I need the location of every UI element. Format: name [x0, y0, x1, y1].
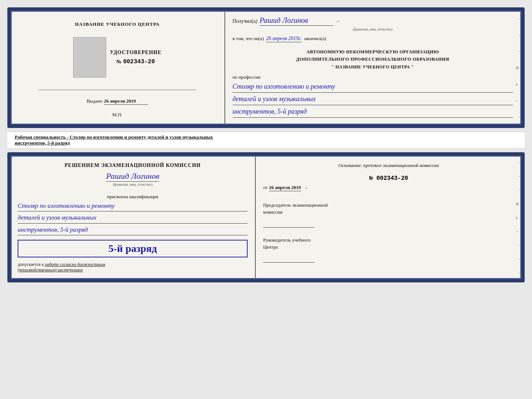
assigned-label: присвоена квалификация	[18, 194, 248, 200]
vtom-date: 26 апреля 2019г.	[266, 36, 302, 42]
director-block: Руководитель учебного Центра	[263, 236, 514, 268]
udostoverenie-title: УДОСТОВЕРЕНИЕ	[110, 50, 161, 56]
bottom-person-name: Рашид Логинов	[106, 171, 159, 182]
issued-date: 26 апреля 2019	[104, 98, 148, 105]
director-title: Руководитель учебного Центра	[263, 236, 514, 251]
middle-label-prefix: Рабочая специальность - Столяр по изгото…	[15, 134, 213, 140]
ot-line: от 26 апреля 2019 –	[263, 185, 514, 191]
ot-dash: –	[305, 185, 308, 190]
middle-label-underlined: инструментов, 5-й разряд	[15, 140, 70, 146]
bottom-card-right: Основание: протокол экзаменационной коми…	[256, 155, 522, 279]
profession-line3: инструментов, 5-й разряд	[233, 107, 513, 118]
chairman-signature-line	[263, 222, 314, 228]
vtom-prefix: в том, что он(а)	[233, 36, 264, 42]
middle-label-strip: Рабочая специальность - Столяр по изгото…	[7, 132, 525, 149]
bottom-right-deco: – – – И а ← – – –	[516, 155, 520, 279]
ot-prefix: от	[263, 185, 267, 190]
recipient-name: Рашид Логинов	[260, 16, 333, 26]
bottom-card-left: Решением экзаменационной комиссии Рашид …	[10, 155, 256, 279]
dopuskaetsya-italic2: (производственным) инструкциям	[18, 267, 83, 272]
top-card-right: Получил(а) Рашид Логинов – (фамилия, имя…	[225, 10, 522, 125]
protocol-number-value: 002343-20	[376, 175, 408, 182]
protocol-number: № 002343-20	[263, 175, 514, 182]
dopuskaetsya-line: допускается к работе согласно должностны…	[18, 262, 248, 273]
protocol-number-prefix: №	[369, 175, 373, 182]
chairman-block: Председатель экзаменационной комиссии	[263, 202, 514, 234]
org-title-top: НАЗВАНИЕ УЧЕБНОГО ЦЕНТРА	[75, 21, 160, 27]
top-card-left: НАЗВАНИЕ УЧЕБНОГО ЦЕНТРА УДОСТОВЕРЕНИЕ №…	[10, 10, 225, 125]
vtom-line: в том, что он(а) 26 апреля 2019г. окончи…	[233, 36, 513, 42]
page-wrapper: НАЗВАНИЕ УЧЕБНОГО ЦЕНТРА УДОСТОВЕРЕНИЕ №…	[7, 7, 525, 282]
fio-label-bottom: (фамилия, имя, отчество)	[18, 182, 248, 186]
director-signature-line	[263, 257, 314, 263]
photo-placeholder	[73, 37, 106, 78]
number-prefix: №	[116, 59, 122, 65]
top-certificate-card: НАЗВАНИЕ УЧЕБНОГО ЦЕНТРА УДОСТОВЕРЕНИЕ №…	[7, 7, 525, 128]
profession-line1: Столяр по изготовлению и ремонту	[233, 82, 513, 93]
vtom-suffix: окончил(а)	[304, 36, 326, 42]
rank-text: 5-й разряд	[108, 243, 157, 254]
qualification-line2: деталей и узлов музыкальных	[18, 213, 248, 224]
received-prefix: Получил(а)	[233, 18, 258, 24]
issued-line: Выдано 26 апреля 2019	[87, 98, 148, 105]
profession-label: по профессии	[233, 74, 513, 80]
dopuskaetsya-prefix: допускается к	[18, 262, 44, 267]
issued-prefix: Выдано	[87, 98, 103, 104]
bottom-certificate-card: Решением экзаменационной комиссии Рашид …	[7, 152, 525, 282]
received-line: Получил(а) Рашид Логинов –	[233, 16, 513, 26]
dash-after-name: –	[337, 18, 339, 24]
org-name-quotes: " НАЗВАНИЕ УЧЕБНОГО ЦЕНТРА "	[233, 64, 513, 70]
cert-number-top: 002343-20	[123, 58, 155, 65]
chairman-title: Председатель экзаменационной комиссии	[263, 202, 514, 216]
fio-label-top: (фамилия, имя, отчество)	[233, 27, 513, 31]
qualification-line1: Столяр по изготовлению и ремонту	[18, 201, 248, 212]
ot-date: 26 апреля 2019	[269, 185, 301, 191]
right-deco: – – – И а ← –	[516, 10, 520, 125]
org-description: АВТОНОМНУЮ НЕКОММЕРЧЕСКУЮ ОРГАНИЗАЦИЮ ДО…	[233, 48, 513, 63]
dopuskaetsya-italic1: работе согласно должностным	[45, 262, 105, 267]
rank-box: 5-й разряд	[18, 240, 248, 257]
osnovanie-title: Основание: протокол экзаменационной коми…	[263, 162, 514, 169]
profession-line2: деталей и узлов музыкальных	[233, 94, 513, 105]
resheniem-title: Решением экзаменационной комиссии	[18, 162, 248, 169]
mp-label: М.П.	[112, 112, 122, 118]
qualification-line3: инструментов, 5-й разряд	[18, 225, 248, 236]
